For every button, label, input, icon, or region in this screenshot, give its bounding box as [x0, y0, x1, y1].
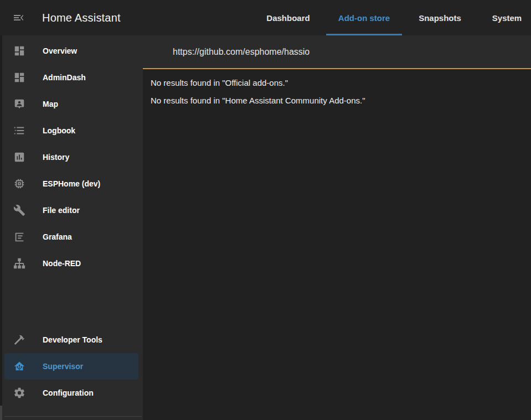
sidebar-item-developer-tools[interactable]: Developer Tools [4, 326, 138, 353]
panel-lines-icon [13, 231, 25, 243]
sidebar-item-esphome[interactable]: ESPHome (dev) [4, 170, 138, 197]
app-window: Home Assistant Overview AdminDash [0, 0, 531, 420]
sidebar-item-label: AdminDash [43, 73, 86, 82]
tab-system[interactable]: System [469, 0, 531, 35]
sidebar-item-label: Configuration [43, 388, 94, 397]
tab-snapshots[interactable]: Snapshots [402, 0, 478, 35]
map-account-icon [13, 98, 25, 110]
sidebar-toggle-icon[interactable] [12, 11, 25, 24]
view-dashboard-icon [13, 45, 25, 57]
tab-addon-store[interactable]: Add-on store [326, 0, 402, 35]
sidebar-item-label: Grafana [43, 232, 72, 241]
sidebar-item-supervisor[interactable]: Supervisor [4, 353, 138, 380]
chart-box-icon [13, 151, 25, 163]
sidebar-header: Home Assistant [0, 0, 143, 35]
sidebar-item-label: Node-RED [43, 259, 81, 268]
sidebar-item-node-red[interactable]: Node-RED [4, 250, 138, 277]
view-dashboard-icon [13, 71, 25, 84]
addon-store-content: No results found in "Official add-ons." … [143, 70, 531, 420]
addon-search-input[interactable] [173, 35, 516, 68]
sidebar-item-grafana[interactable]: Grafana [4, 224, 138, 250]
sidebar-item-label: Logbook [43, 126, 75, 135]
sidebar-item-label: File editor [43, 206, 80, 215]
sidebar-item-logbook[interactable]: Logbook [4, 117, 138, 144]
main-header: Dashboard Add-on store Snapshots System [143, 0, 531, 35]
no-results-official: No results found in "Official add-ons." [151, 77, 523, 88]
sidebar-divider [4, 416, 142, 417]
sidebar-item-label: Supervisor [43, 362, 83, 371]
app-title: Home Assistant [42, 12, 121, 24]
sidebar-item-label: ESPHome (dev) [43, 179, 100, 188]
sidebar-item-label: Overview [43, 46, 77, 55]
sidebar-item-label: History [43, 153, 69, 162]
home-assistant-icon [13, 360, 25, 372]
sidebar-item-configuration[interactable]: Configuration [4, 380, 138, 406]
sidebar: Home Assistant Overview AdminDash [0, 0, 143, 420]
sidebar-item-label: Map [43, 100, 58, 108]
sitemap-icon [13, 257, 25, 269]
sidebar-spacer [0, 277, 143, 326]
wrench-icon [13, 204, 25, 216]
chip-icon [13, 178, 25, 190]
sidebar-item-admindash[interactable]: AdminDash [4, 64, 138, 91]
sidebar-item-history[interactable]: History [4, 144, 138, 170]
sidebar-item-map[interactable]: Map [4, 91, 138, 117]
addon-search-card [143, 35, 531, 69]
hammer-icon [13, 334, 25, 346]
sidebar-item-overview[interactable]: Overview [4, 38, 138, 64]
no-results-community: No results found in "Home Assistant Comm… [151, 95, 523, 106]
sidebar-scrollbar-thumb[interactable] [0, 406, 2, 420]
sidebar-item-label: Developer Tools [43, 335, 102, 344]
sidebar-scrollbar[interactable] [0, 35, 2, 420]
gear-icon [13, 387, 25, 399]
list-bulleted-icon [13, 125, 25, 137]
tab-dashboard[interactable]: Dashboard [250, 0, 326, 35]
sidebar-item-file-editor[interactable]: File editor [4, 197, 138, 224]
sidebar-nav: Overview AdminDash Map [0, 35, 143, 406]
